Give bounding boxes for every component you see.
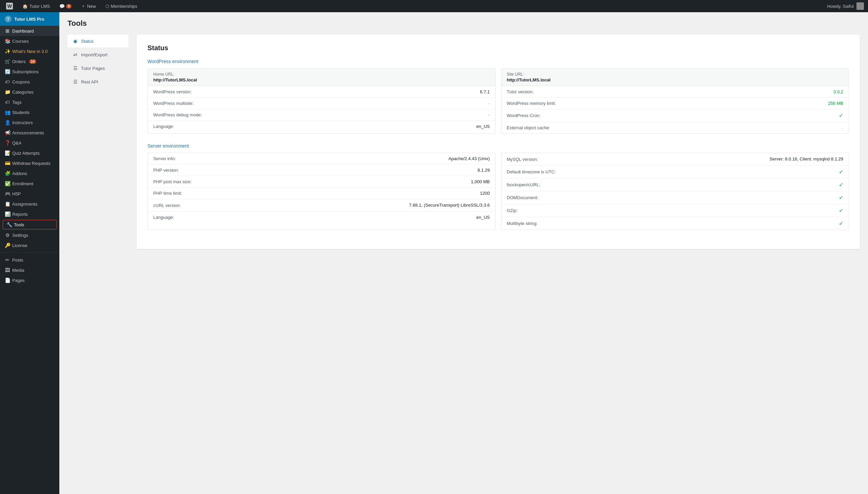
- sidebar-item-qa[interactable]: ❓ Q&A: [0, 138, 59, 148]
- table-row: GZip: ✓: [501, 204, 849, 217]
- sidebar-item-label: Q&A: [12, 140, 21, 146]
- memberships-button[interactable]: ⬡ Memberships: [103, 0, 139, 12]
- wordpress-env-title: WordPress environment: [147, 59, 849, 64]
- sidebar-item-instructors[interactable]: 👤 Instructors: [0, 117, 59, 128]
- table-row: fsockopen/cURL: ✓: [501, 178, 849, 191]
- site-name-button[interactable]: 🏠 Tutor LMS: [20, 0, 52, 12]
- wordpress-env-cards: Home URL: http://TutorLMS.local WordPres…: [147, 68, 849, 134]
- table-row: PHP time limit: 1200: [148, 188, 495, 199]
- tags-icon: 🏷: [5, 99, 10, 105]
- whats-new-icon: ✨: [5, 49, 10, 54]
- sidebar-separator: [0, 252, 59, 253]
- memberships-icon: ⬡: [105, 4, 109, 9]
- sidebar-item-assignments[interactable]: 📋 Assignments: [0, 199, 59, 209]
- sidebar-item-enrollment[interactable]: ✅ Enrollment: [0, 178, 59, 189]
- site-url-label: Site URL:: [507, 72, 524, 77]
- sidebar-item-label: Tags: [12, 100, 21, 105]
- server-env-cards: Server info: Apache/2.4.43 (Unix) PHP ve…: [147, 153, 849, 230]
- sidebar-item-settings[interactable]: ⚙ Settings: [0, 230, 59, 240]
- main-wrapper: T Tutor LMS Pro ⊞ Dashboard 📚 Courses ✨ …: [0, 12, 868, 494]
- row-label: WordPress debug mode:: [153, 112, 202, 117]
- sub-nav-rest-api[interactable]: ☰ Rest API: [67, 75, 129, 88]
- sidebar-brand[interactable]: T Tutor LMS Pro: [0, 12, 59, 26]
- row-label: cURL version:: [153, 203, 181, 208]
- admin-bar: W 🏠 Tutor LMS 💬 0 ＋ New ⬡ Memberships Ho…: [0, 0, 868, 12]
- wp-logo-button[interactable]: W: [4, 0, 15, 12]
- table-row: Server info: Apache/2.4.43 (Unix): [148, 153, 495, 165]
- status-icon: ◉: [72, 38, 78, 44]
- sidebar-item-whats-new[interactable]: ✨ What's New in 3.0: [0, 46, 59, 56]
- sidebar-item-quiz-attempts[interactable]: 📝 Quiz Attempts: [0, 148, 59, 158]
- table-row: WordPress version: 6.7.1: [148, 86, 495, 98]
- sidebar-item-posts[interactable]: ✏ Posts: [0, 255, 59, 265]
- user-avatar[interactable]: [856, 2, 864, 10]
- server-env-title: Server environment: [147, 143, 849, 149]
- sidebar-item-courses[interactable]: 📚 Courses: [0, 36, 59, 46]
- sidebar-item-announcements[interactable]: 📢 Announcements: [0, 128, 59, 138]
- comments-button[interactable]: 💬 0: [57, 0, 74, 12]
- row-label: External object cache:: [507, 125, 550, 130]
- table-row: WordPress debug mode: -: [148, 109, 495, 121]
- sub-nav: ◉ Status ⇄ Import/Export ☰ Tutor Pages ☰…: [67, 35, 129, 249]
- row-value: 3.0.2: [833, 89, 843, 94]
- sidebar-item-dashboard[interactable]: ⊞ Dashboard: [0, 26, 59, 36]
- new-button[interactable]: ＋ New: [79, 0, 98, 12]
- row-value: en_US: [476, 124, 490, 129]
- sidebar-item-subscriptions[interactable]: 🔄 Subscriptions: [0, 66, 59, 77]
- row-label: WordPress multisite:: [153, 101, 194, 106]
- row-label: fsockopen/cURL:: [507, 182, 540, 187]
- server-env-section: Server environment Server info: Apache/2…: [147, 143, 849, 230]
- memberships-label: Memberships: [111, 4, 137, 9]
- server-env-left-card: Server info: Apache/2.4.43 (Unix) PHP ve…: [147, 153, 496, 230]
- row-value: -: [842, 125, 843, 130]
- categories-icon: 📁: [5, 89, 10, 95]
- row-value: ✓: [839, 182, 843, 188]
- row-value: 8.1.29: [477, 168, 490, 173]
- sidebar-item-pages[interactable]: 📄 Pages: [0, 275, 59, 285]
- dashboard-icon: ⊞: [5, 28, 10, 34]
- row-value: 6.7.1: [480, 89, 490, 94]
- table-row: WordPress Cron: ✓: [501, 109, 849, 122]
- sidebar-item-license[interactable]: 🔑 License: [0, 240, 59, 250]
- row-value: ✓: [839, 194, 843, 201]
- row-label: Server info:: [153, 156, 176, 161]
- admin-bar-left: W 🏠 Tutor LMS 💬 0 ＋ New ⬡ Memberships: [4, 0, 822, 12]
- row-label: WordPress Cron:: [507, 113, 540, 118]
- sidebar-item-label: Dashboard: [12, 28, 34, 34]
- instructors-icon: 👤: [5, 120, 10, 125]
- sidebar-item-label: Categories: [12, 90, 34, 95]
- sidebar-item-withdraw-requests[interactable]: 💳 Withdraw Requests: [0, 158, 59, 168]
- table-row: Tutor version: 3.0.2: [501, 86, 849, 98]
- tools-icon: 🔧: [6, 222, 12, 227]
- sidebar-item-label: Quiz Attempts: [12, 151, 40, 156]
- row-label: Multibyte string:: [507, 221, 538, 226]
- row-value: Apache/2.4.43 (Unix): [448, 156, 490, 161]
- sidebar-item-tools[interactable]: 🔧 Tools: [3, 220, 57, 229]
- settings-icon: ⚙: [5, 232, 10, 238]
- sub-nav-status[interactable]: ◉ Status: [67, 35, 129, 48]
- sidebar-item-reports[interactable]: 📊 Reports: [0, 209, 59, 219]
- sidebar-item-orders[interactable]: 🛒 Orders 14: [0, 56, 59, 66]
- sidebar-item-media[interactable]: 🖼 Media: [0, 265, 59, 275]
- row-value: 7.88.1, (SecureTransport) LibreSSL/3.3.6: [409, 202, 490, 208]
- sub-nav-tutor-pages[interactable]: ☰ Tutor Pages: [67, 62, 129, 75]
- row-value: ✓: [839, 169, 843, 175]
- sidebar-item-addons[interactable]: 🧩 Addons: [0, 168, 59, 178]
- sidebar-item-tags[interactable]: 🏷 Tags: [0, 97, 59, 107]
- sidebar-item-categories[interactable]: 📁 Categories: [0, 87, 59, 97]
- sidebar-item-h5p[interactable]: 🎮 H5P: [0, 189, 59, 199]
- posts-icon: ✏: [5, 257, 10, 263]
- comment-icon: 💬: [59, 4, 65, 9]
- sidebar-item-label: Subscriptions: [12, 69, 39, 74]
- announcements-icon: 📢: [5, 130, 10, 135]
- coupons-icon: 🏷: [5, 79, 10, 84]
- row-value: -: [488, 112, 490, 117]
- new-label: New: [87, 4, 96, 9]
- sub-nav-import-export[interactable]: ⇄ Import/Export: [67, 48, 129, 61]
- wp-env-left-card: Home URL: http://TutorLMS.local WordPres…: [147, 68, 496, 134]
- addons-icon: 🧩: [5, 171, 10, 176]
- sidebar-item-coupons[interactable]: 🏷 Coupons: [0, 77, 59, 87]
- sidebar-item-label: Courses: [12, 39, 28, 44]
- row-label: Default timezone is UTC:: [507, 169, 556, 174]
- sidebar-item-students[interactable]: 👥 Students: [0, 107, 59, 117]
